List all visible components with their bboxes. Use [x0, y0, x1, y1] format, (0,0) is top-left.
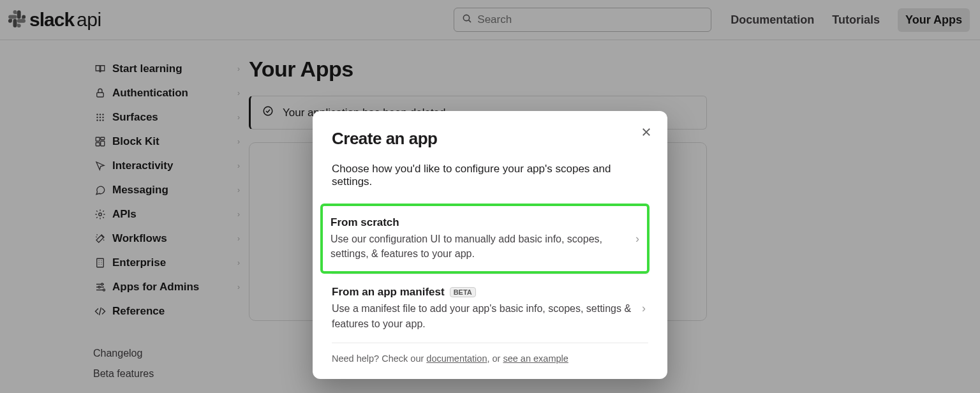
option-from-manifest[interactable]: From an app manifest BETA Use a manifest… — [332, 274, 648, 342]
option-title-text: From an app manifest — [332, 286, 445, 299]
chevron-right-icon: › — [642, 302, 646, 315]
modal-help: Need help? Check our documentation, or s… — [332, 343, 648, 364]
create-app-modal: Create an app Choose how you'd like to c… — [313, 111, 667, 379]
help-doc-link[interactable]: documentation — [426, 353, 487, 364]
modal-overlay[interactable]: Create an app Choose how you'd like to c… — [0, 0, 980, 393]
help-prefix: Need help? Check our — [332, 353, 426, 364]
close-icon[interactable] — [641, 126, 652, 141]
beta-badge: BETA — [450, 287, 476, 297]
help-example-link[interactable]: see an example — [503, 353, 568, 364]
help-mid: , or — [487, 353, 503, 364]
chevron-right-icon: › — [635, 232, 639, 246]
option-title: From scratch — [330, 216, 629, 229]
option-from-scratch[interactable]: From scratch Use our configuration UI to… — [320, 204, 650, 274]
option-title: From an app manifest BETA — [332, 286, 635, 299]
modal-subtitle: Choose how you'd like to configure your … — [332, 163, 648, 188]
option-desc: Use a manifest file to add your app's ba… — [332, 301, 635, 330]
modal-title: Create an app — [332, 129, 648, 149]
option-desc: Use our configuration UI to manually add… — [330, 232, 629, 261]
